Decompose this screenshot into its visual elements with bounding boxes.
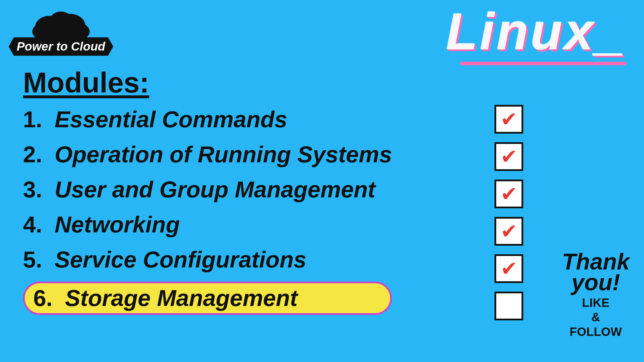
- linux-underline: [460, 62, 627, 65]
- module-name-5: Service Configurations: [55, 247, 306, 273]
- module-name-2: Operation of Running Systems: [55, 141, 392, 168]
- module-item-5: 5. Service Configurations: [23, 247, 392, 273]
- module-name-3: User and Group Management: [55, 176, 375, 203]
- module-item-2: 2. Operation of Running Systems: [23, 141, 392, 168]
- module-number-2: 2.: [23, 141, 55, 168]
- module-item-6: 6. Storage Management: [23, 282, 392, 315]
- module-name-1: Essential Commands: [55, 106, 287, 133]
- module-number-5: 5.: [23, 247, 55, 273]
- logo-area: Power to Cloud: [9, 6, 113, 56]
- module-number-1: 1.: [23, 106, 55, 133]
- thank-you-text: Thank you!: [562, 251, 630, 293]
- module-number-4: 4.: [23, 211, 55, 238]
- module-item-3: 3. User and Group Management: [23, 176, 392, 203]
- checkbox-1[interactable]: [494, 105, 523, 134]
- module-number-6: 6.: [33, 285, 65, 311]
- like-follow-text: LIKE&FOLLOW: [562, 296, 630, 339]
- checkbox-4[interactable]: [494, 217, 523, 246]
- module-name-4: Networking: [55, 211, 180, 238]
- checkbox-5[interactable]: [494, 254, 523, 283]
- checkbox-2[interactable]: [494, 142, 523, 171]
- module-list: 1. Essential Commands 2. Operation of Ru…: [23, 106, 392, 315]
- thank-you-section: Thank you! LIKE&FOLLOW: [562, 251, 630, 339]
- modules-heading: Modules:: [23, 66, 149, 99]
- module-number-3: 3.: [23, 176, 55, 203]
- checkboxes-col: [494, 105, 523, 320]
- checkbox-3[interactable]: [494, 180, 523, 208]
- module-item-4: 4. Networking: [23, 211, 392, 238]
- svg-point-3: [49, 11, 73, 33]
- checkbox-6[interactable]: [494, 292, 523, 320]
- module-item-1: 1. Essential Commands: [23, 106, 392, 133]
- logo-banner: Power to Cloud: [9, 37, 113, 56]
- thank-you-line2: you!: [572, 269, 620, 295]
- linux-title: Linux_: [446, 6, 627, 57]
- module-name-6: Storage Management: [65, 285, 298, 311]
